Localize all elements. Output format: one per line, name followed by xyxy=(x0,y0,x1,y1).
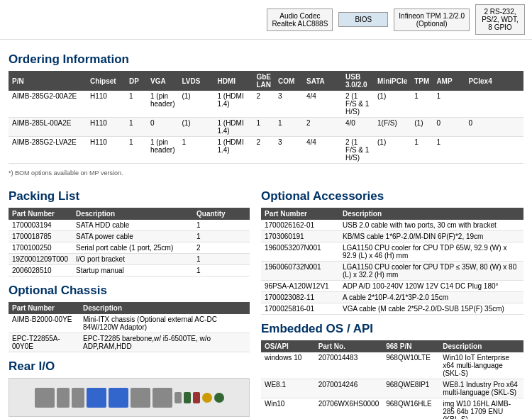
ordering-col-sata: SATA xyxy=(303,71,342,91)
os-heading: Embedded OS / API xyxy=(261,322,523,336)
port-hdmi xyxy=(72,388,84,408)
ordering-col-pciex4: PCIex4 xyxy=(465,71,523,91)
os-col-desc: Description xyxy=(439,340,523,352)
top-diagram: Audio CodecRealtek ALC888S BIOS Infineon… xyxy=(0,0,532,40)
chassis-col-desc: Description xyxy=(79,302,250,314)
ordering-col-pn: P/N xyxy=(9,71,87,91)
table-row: AIMB-285L-00A2EH11010(1)1 (HDMI 1.4)1124… xyxy=(9,118,523,137)
ordering-col-lvds: LVDS xyxy=(178,71,214,91)
table-row: Win1020706WX6HS0000968QW16HLEimg W10 16H… xyxy=(261,398,523,420)
table-row: 2006028510Startup manual1 xyxy=(9,265,250,276)
port-ps2 xyxy=(202,393,212,403)
right-column: Optional Accessories Part Number Descrip… xyxy=(261,182,523,419)
port-audio1 xyxy=(174,392,182,403)
table-row: AIMB-285G2-00A2EH11011 (pin header)(1)1 … xyxy=(9,91,523,118)
chassis-heading: Optional Chassis xyxy=(9,284,250,298)
table-row: EPC-T22855A-00Y0EEPC-T2285 barebone,w/ i… xyxy=(9,333,250,352)
ordering-col-chipset: Chipset xyxy=(87,71,126,91)
ordering-heading: Ordering Information xyxy=(9,52,523,67)
os-col-pn: Part No. xyxy=(315,340,383,352)
acc-col-desc: Description xyxy=(339,208,523,220)
bios-box: BIOS xyxy=(338,12,388,27)
os-table: OS/API Part No. 968 P/N Description wind… xyxy=(261,340,523,419)
acc-col-pn: Part Number xyxy=(261,208,339,220)
ordering-col-usb: USB 3.0/2.0 xyxy=(342,71,374,91)
table-row: AIMB-B2000-00YEMini-ITX chassis (Optiona… xyxy=(9,314,250,333)
table-row: 1703060191KB/MS cable 1*6P-2.0/M-DIN 6P(… xyxy=(261,231,523,242)
port-audio3 xyxy=(193,392,200,403)
accessories-table: Part Number Description 1700026162-01USB… xyxy=(261,208,523,315)
table-row: 1700100250Serial port cable (1 port, 25c… xyxy=(9,242,250,254)
two-col-layout: Packing List Part Number Description Qua… xyxy=(9,182,523,419)
os-col-os: OS/API xyxy=(261,340,315,352)
packing-heading: Packing List xyxy=(9,189,250,203)
table-row: 96PSA-A120W12V1ADP A/D 100-240V 120W 12V… xyxy=(261,281,523,292)
ordering-col-vga: VGA xyxy=(147,71,178,91)
packing-table: Part Number Description Quantity 1700003… xyxy=(9,208,250,276)
pack-col-pn: Part Number xyxy=(9,208,72,220)
port-audio2 xyxy=(184,392,191,403)
main-content: Ordering Information P/N Chipset DP VGA … xyxy=(0,40,532,419)
bom-note: *) BOM options available on MP version. xyxy=(9,169,523,177)
port-ps2-2 xyxy=(214,393,224,403)
port-usb2 xyxy=(109,388,128,408)
table-row: 1700025816-01VGA cable (M cable 2*5P-2.0… xyxy=(261,303,523,315)
chassis-table: Part Number Description AIMB-B2000-00YEM… xyxy=(9,302,250,352)
port-vga xyxy=(35,388,55,408)
table-row: 1960060732N001LGA1150 CPU cooler for CPU… xyxy=(261,262,523,281)
table-row: 19Z0001209T000I/O port bracket1 xyxy=(9,254,250,265)
port-dp xyxy=(57,388,70,408)
pack-col-qty: Quantity xyxy=(193,208,250,220)
ordering-col-dp: DP xyxy=(126,71,147,91)
ordering-col-com: COM xyxy=(275,71,303,91)
table-row: AIMB-285G2-LVA2EH11011 (pin header)11 (H… xyxy=(9,137,523,164)
pack-col-desc: Description xyxy=(72,208,193,220)
ordering-col-amp: AMP xyxy=(433,71,465,91)
port-lan1 xyxy=(131,388,150,408)
left-column: Packing List Part Number Description Qua… xyxy=(9,182,250,419)
ordering-col-tpm: TPM xyxy=(411,71,433,91)
ordering-col-minipcie: MiniPCIe xyxy=(374,71,411,91)
chassis-col-pn: Part Number xyxy=(9,302,79,314)
rear-io-ports xyxy=(32,385,227,410)
rear-io-image xyxy=(9,378,250,417)
port-usb1 xyxy=(87,388,106,408)
table-row: 1700018785SATA power cable1 xyxy=(9,231,250,242)
table-row: 1960053207N001LGA1150 CPU cooler for CPU… xyxy=(261,242,523,262)
ordering-table: P/N Chipset DP VGA LVDS HDMI GbE LAN COM… xyxy=(9,71,523,164)
tpm-box: Infineon TPM 1.2/2.0(Optional) xyxy=(394,9,470,31)
table-row: 1700026162-01USB 2.0 cable with two port… xyxy=(261,220,523,231)
rear-io-heading: Rear I/O xyxy=(9,359,250,374)
table-row: WE8.12070014246968QWE8IP1WE8.1 Industry … xyxy=(261,379,523,398)
table-row: windows 102070014483968QW10LTEWin10 IoT … xyxy=(261,352,523,379)
gpio-box: 2 RS-232,PS/2, WDT,8 GPIO xyxy=(475,4,525,35)
port-lan2 xyxy=(153,388,172,408)
table-row: 1700023082-11A cable 2*10P-4.2/1*3P-2.0 … xyxy=(261,292,523,303)
table-row: 1700003194SATA HDD cable1 xyxy=(9,220,250,231)
accessories-heading: Optional Accessories xyxy=(261,189,523,203)
ordering-col-gbe: GbE LAN xyxy=(253,71,275,91)
audio-codec-box: Audio CodecRealtek ALC888S xyxy=(267,9,333,31)
os-col-968: 968 P/N xyxy=(382,340,439,352)
ordering-col-hdmi: HDMI xyxy=(214,71,253,91)
